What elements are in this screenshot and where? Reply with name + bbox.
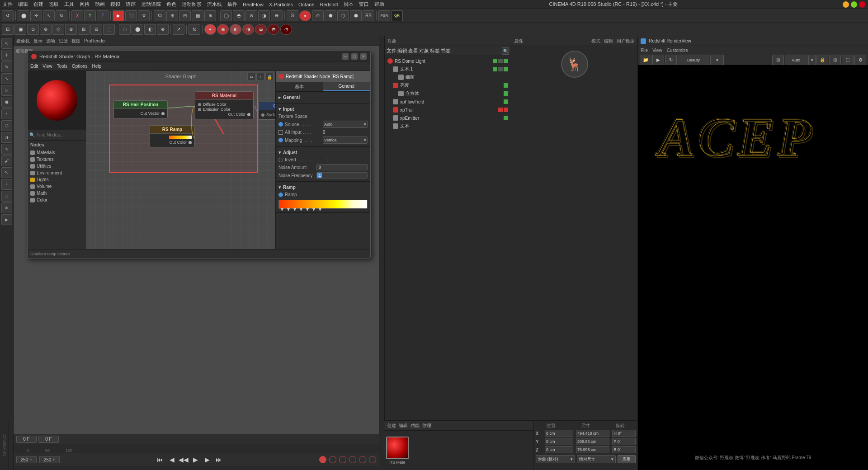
- tb-btn-15[interactable]: ⬟: [325, 10, 336, 21]
- sb-rotate[interactable]: ↻: [1, 61, 12, 72]
- obj-bacteria[interactable]: 细菌: [396, 73, 511, 81]
- menu-script[interactable]: 脚本: [344, 1, 354, 8]
- rv-menu-view[interactable]: View: [652, 48, 662, 53]
- coord-mode1-dropdown[interactable]: 对象 (相对) ▾: [536, 455, 575, 463]
- mat-edit[interactable]: 编辑: [399, 423, 408, 429]
- rp-ramp-radio[interactable]: [278, 193, 283, 197]
- coord-mode2-dropdown[interactable]: 绝对尺寸 ▾: [577, 455, 616, 463]
- rp-invert-checkbox[interactable]: [323, 158, 327, 162]
- render-settings-button[interactable]: ⚙: [138, 10, 150, 21]
- menu-window[interactable]: 窗口: [359, 1, 369, 8]
- rv-select-button[interactable]: ⬚: [842, 55, 854, 66]
- category-environment[interactable]: Environment: [28, 169, 86, 176]
- tb-btn-14[interactable]: ⊙: [312, 10, 324, 21]
- rp-noise-amount-slider[interactable]: 0: [316, 164, 368, 170]
- tb2-btn17[interactable]: ◐: [230, 24, 241, 35]
- rp-source-dropdown[interactable]: Auto ▾: [323, 121, 368, 128]
- psr-button[interactable]: PSR: [378, 10, 390, 21]
- rv-auto-arrow[interactable]: ▾: [808, 55, 816, 66]
- rv-layout-button[interactable]: ⊞: [829, 55, 841, 66]
- record-button-6[interactable]: [369, 456, 376, 463]
- menu-xparticles[interactable]: X-Particles: [269, 2, 293, 7]
- find-nodes-input[interactable]: [37, 132, 94, 137]
- sb-move[interactable]: ✛: [1, 50, 12, 61]
- render-button[interactable]: ▶: [113, 10, 124, 21]
- play-backwards-button[interactable]: ◀◀: [179, 455, 188, 464]
- obj-menu-tag[interactable]: 标签: [430, 47, 440, 54]
- tb2-btn5[interactable]: ◎: [52, 24, 64, 35]
- sb-paint[interactable]: 🖌: [1, 155, 12, 166]
- out-color-port-ramp[interactable]: [189, 141, 192, 144]
- sg-minimize[interactable]: ─: [342, 53, 349, 60]
- coord-z-pos[interactable]: 0 cm: [545, 446, 573, 453]
- sb-spline[interactable]: ∿: [1, 144, 12, 155]
- obj-vis-green-7[interactable]: [504, 99, 508, 104]
- rp-source-radio[interactable]: [278, 122, 283, 127]
- menu-track[interactable]: 追踪: [126, 1, 136, 8]
- obj-search-button[interactable]: 🔍: [502, 47, 509, 55]
- coord-z-size[interactable]: 76.998 cm: [576, 446, 609, 453]
- tb-btn-5[interactable]: ☊: [154, 10, 165, 21]
- obj-vis-green-5[interactable]: [504, 83, 508, 88]
- rv-auto-dropdown[interactable]: Auto: [785, 55, 807, 66]
- tb-btn-9[interactable]: ⊕: [204, 10, 216, 21]
- obj-menu-file[interactable]: 文件: [387, 47, 396, 54]
- menu-select[interactable]: 选取: [49, 1, 59, 8]
- vt-filter[interactable]: 过滤: [59, 38, 68, 44]
- tb-btn-6[interactable]: ⊞: [166, 10, 178, 21]
- rp-noise-freq-slider[interactable]: 1: [316, 172, 368, 179]
- tb2-btn4[interactable]: ⊕: [40, 24, 52, 35]
- ramp-stop-2[interactable]: [287, 208, 290, 211]
- node-rs-ramp[interactable]: RS Ramp Out Color: [150, 125, 195, 147]
- rv-play-button[interactable]: ▶: [652, 55, 664, 66]
- tb2-btn6[interactable]: ⊛: [65, 24, 77, 35]
- sg-close[interactable]: ✕: [360, 53, 367, 60]
- surface-port[interactable]: [261, 113, 264, 117]
- rp-mapping-dropdown[interactable]: Vertical ▾: [323, 136, 368, 144]
- category-utilities[interactable]: Utilities: [28, 163, 86, 169]
- tb2-btn10[interactable]: ◌: [119, 24, 131, 35]
- rp-ramp-header[interactable]: ▾ Ramp: [278, 183, 368, 191]
- play-button[interactable]: ▶: [191, 455, 200, 464]
- sb-render[interactable]: ◑: [1, 132, 12, 143]
- qr-button[interactable]: QR: [391, 10, 403, 21]
- menu-mograph[interactable]: 运动图形: [182, 1, 202, 8]
- tb-btn-18[interactable]: RS: [363, 10, 374, 21]
- menu-realflow[interactable]: RealFlow: [243, 2, 264, 7]
- out-vector-port[interactable]: [161, 112, 165, 115]
- tb2-btn8[interactable]: ⊟: [90, 24, 102, 35]
- tb2-btn16[interactable]: ◉: [217, 24, 229, 35]
- ramp-stop-4[interactable]: [300, 208, 302, 211]
- obj-vis-green-6[interactable]: [504, 91, 508, 96]
- category-volume[interactable]: Volume: [28, 183, 86, 190]
- vt-camera[interactable]: 摄像机: [16, 38, 30, 44]
- sb-object[interactable]: ⬡: [1, 120, 12, 131]
- vt-display[interactable]: 显示: [33, 38, 42, 44]
- obj-menu-view[interactable]: 查看: [408, 47, 418, 54]
- ramp-stop-6[interactable]: [312, 208, 315, 211]
- vt-view[interactable]: 视图: [71, 38, 80, 44]
- rv-channel-btn[interactable]: ▾: [710, 55, 724, 66]
- tb2-btn9[interactable]: ⬚: [103, 24, 115, 35]
- tb-btn-17[interactable]: ⬢: [350, 10, 362, 21]
- coord-z-rot[interactable]: B 0°: [612, 446, 636, 453]
- menu-octane[interactable]: Octane: [298, 2, 314, 7]
- menu-animate[interactable]: 动画: [95, 1, 105, 8]
- sg-maximize[interactable]: □: [351, 53, 358, 60]
- next-frame-button[interactable]: ▶: [203, 455, 212, 464]
- tb2-btn13[interactable]: ⊗: [157, 24, 169, 35]
- sg-menu-tools[interactable]: Tools: [57, 64, 67, 69]
- tb2-btn11[interactable]: ⬤: [132, 24, 143, 35]
- frame-current-input[interactable]: 0 F: [38, 436, 59, 443]
- tb-btn-7[interactable]: ⊟: [179, 10, 191, 21]
- category-color[interactable]: Color: [28, 197, 86, 203]
- tb2-btn3[interactable]: ⊙: [27, 24, 39, 35]
- canvas-fit-button[interactable]: ⇔: [247, 73, 255, 81]
- coord-x-pos[interactable]: 0 cm: [545, 430, 573, 437]
- object-button[interactable]: ◯: [220, 10, 232, 21]
- menu-file[interactable]: 文件: [3, 1, 13, 8]
- sb-select[interactable]: ↖: [1, 38, 12, 49]
- canvas-zoom-button[interactable]: +: [256, 73, 264, 81]
- rp-tab-general[interactable]: General: [323, 82, 371, 91]
- menu-create[interactable]: 创建: [33, 1, 43, 8]
